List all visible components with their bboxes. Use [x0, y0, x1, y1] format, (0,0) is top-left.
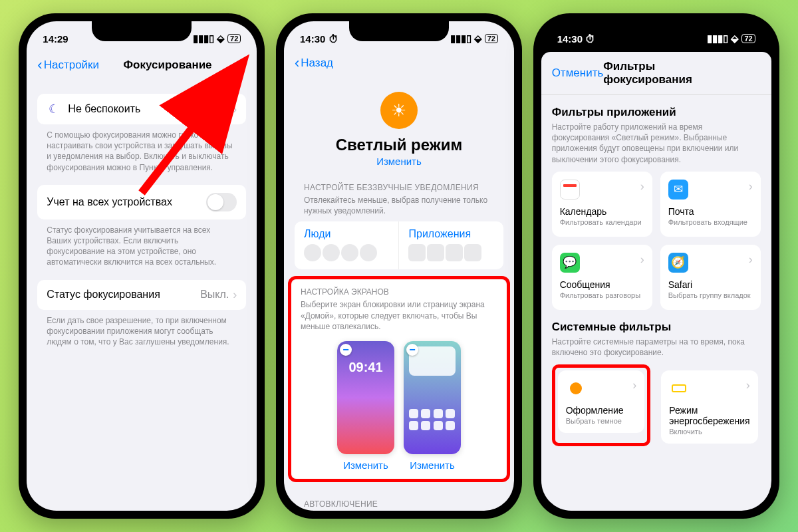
app-placeholder — [464, 244, 481, 261]
status-cell[interactable]: Статус фокусирования Выкл. › — [37, 280, 246, 310]
status-right: ▮▮▮▯ ⬙ 72 — [450, 33, 498, 45]
edit-home-screen-link[interactable]: Изменить — [404, 460, 461, 471]
home-screen-preview-col: − — [404, 341, 461, 471]
edit-lock-screen-link[interactable]: Изменить — [337, 460, 394, 471]
share-label: Учет на всех устройствах — [47, 196, 172, 208]
people-tab[interactable]: Люди — [295, 221, 400, 269]
home-grid — [409, 409, 456, 430]
appearance-icon — [566, 378, 586, 398]
dnd-footer: С помощью фокусирования можно гибко наст… — [37, 124, 246, 173]
notch — [92, 21, 192, 41]
apps-tab[interactable]: Приложения — [399, 221, 503, 269]
add-button[interactable]: + — [236, 55, 246, 75]
filter-title: Почта — [668, 206, 753, 217]
back-button[interactable]: ‹ Назад — [295, 55, 333, 72]
signal-icon: ▮▮▮▯ — [193, 33, 214, 45]
share-group: Учет на всех устройствах Статус фокусиро… — [37, 185, 246, 268]
back-button[interactable]: ‹ Настройки — [37, 57, 99, 74]
battery-indicator: 72 — [485, 34, 498, 43]
app-icon — [409, 409, 418, 418]
screens-highlight: НАСТРОЙКА ЭКРАНОВ Выберите экран блокиро… — [288, 276, 510, 482]
screen-2: 14:30 ⏱ ▮▮▮▯ ⬙ 72 ‹ Назад ☀ Светлый режи… — [284, 21, 514, 511]
moon-icon: ☾ — [47, 102, 61, 116]
safari-filter-card[interactable]: 🧭 › Safari Выбрать группу вкладок — [660, 245, 761, 310]
filter-sub: Фильтровать календари — [560, 218, 644, 226]
filter-title: Safari — [668, 279, 753, 290]
battery-indicator: 72 — [227, 34, 241, 43]
app-filter-grid: › Календарь Фильтровать календари ✉ › По… — [541, 172, 771, 310]
cancel-button[interactable]: Отменить — [552, 66, 604, 80]
share-cell: Учет на всех устройствах — [37, 185, 246, 219]
avatar-placeholder — [341, 244, 358, 261]
status-time: 14:30 ⏱ — [557, 33, 596, 45]
calendar-icon — [560, 180, 580, 200]
status-time: 14:30 ⏱ — [300, 33, 338, 45]
home-screen-preview[interactable]: − — [404, 341, 461, 454]
filter-sub: Фильтровать разговоры — [560, 291, 644, 299]
app-icon — [446, 409, 455, 418]
app-filters-title: Фильтры приложений — [541, 95, 771, 122]
screens-sub: Выберите экран блокировки или страницу э… — [301, 299, 497, 332]
status-group: Статус фокусирования Выкл. › Если дать с… — [37, 280, 246, 348]
nav-header: ‹ Настройки Фокусирование + — [27, 51, 257, 82]
messages-filter-card[interactable]: 💬 › Сообщения Фильтровать разговоры — [552, 245, 652, 310]
modal-sheet: Отменить Фильтры фокусирования Фильтры п… — [541, 52, 771, 511]
status-time: 14:29 — [43, 33, 68, 45]
app-icon — [409, 421, 418, 430]
sys-filters-title: Системные фильтры — [541, 310, 771, 336]
app-icon — [446, 421, 455, 430]
app-filters-desc: Настройте работу приложений на время фок… — [541, 122, 771, 172]
screen-1: 14:29 ▮▮▮▯ ⬙ 72 ‹ Настройки Фокусировани… — [27, 21, 257, 511]
app-icon — [421, 409, 430, 418]
status-right: ▮▮▮▯ ⬙ 72 — [707, 33, 755, 45]
avatar-placeholder — [304, 244, 321, 261]
appearance-filter-card[interactable]: › Оформление Выбрать темное — [558, 370, 645, 433]
content: ☾ Не беспокоить › С помощью фокусировани… — [27, 94, 257, 347]
nav-title: Фокусирование — [124, 59, 212, 72]
chevron-right-icon: › — [746, 378, 750, 392]
app-icon — [434, 409, 443, 418]
wifi-icon: ⬙ — [731, 33, 739, 45]
phone-mockup-1: 14:29 ▮▮▮▯ ⬙ 72 ‹ Настройки Фокусировани… — [19, 13, 265, 519]
filter-title: Календарь — [560, 206, 644, 217]
remove-home-screen-button[interactable]: − — [406, 344, 418, 356]
mail-filter-card[interactable]: ✉ › Почта Фильтровать входящие — [660, 172, 761, 237]
notif-sub: Отвлекайтесь меньше, выбрав получение то… — [295, 194, 503, 221]
filter-title: Оформление — [566, 405, 637, 416]
chevron-right-icon: › — [632, 378, 636, 392]
share-toggle[interactable] — [206, 193, 237, 211]
people-label: Люди — [304, 228, 390, 240]
focus-name: Светлый режим — [284, 136, 514, 154]
status-footer: Если дать свое разрешение, то при включе… — [37, 310, 246, 348]
dnd-cell[interactable]: ☾ Не беспокоить › — [37, 94, 246, 124]
chevron-right-icon: › — [640, 253, 644, 267]
remove-lock-screen-button[interactable]: − — [340, 344, 352, 356]
apps-label: Приложения — [408, 228, 494, 240]
chevron-right-icon: › — [749, 180, 753, 194]
sys-filter-grid: › Оформление Выбрать темное › Режим энер… — [541, 364, 771, 446]
lowpower-filter-card[interactable]: › Режим энергосбережения Включить — [661, 370, 757, 444]
messages-icon: 💬 — [560, 253, 580, 273]
phone-mockup-2: 14:30 ⏱ ▮▮▮▯ ⬙ 72 ‹ Назад ☀ Светлый режи… — [276, 13, 522, 519]
screens-header: НАСТРОЙКА ЭКРАНОВ — [301, 287, 497, 297]
auto-header: АВТОВКЛЮЧЕНИЕ — [284, 489, 514, 510]
lock-screen-preview[interactable]: − 09:41 — [337, 341, 394, 454]
toggle-knob — [207, 194, 223, 210]
people-apps-card: Люди Приложения — [295, 221, 503, 269]
chevron-left-icon: ‹ — [37, 57, 42, 74]
status-label: Статус фокусирования — [47, 289, 160, 301]
calendar-filter-card[interactable]: › Календарь Фильтровать календари — [552, 172, 652, 237]
safari-icon: 🧭 — [668, 253, 688, 273]
app-placeholder — [408, 244, 426, 261]
sys-filters-desc: Настройте системные параметры на то врем… — [541, 336, 771, 364]
app-icons — [408, 244, 494, 261]
avatar-placeholder — [323, 244, 340, 261]
focus-mode-icon: ☀ — [380, 92, 418, 129]
signal-icon: ▮▮▮▯ — [707, 33, 728, 45]
wifi-icon: ⬙ — [217, 33, 225, 45]
chevron-right-icon: › — [233, 102, 237, 116]
change-link[interactable]: Изменить — [284, 156, 514, 167]
avatar-placeholder — [360, 244, 377, 261]
app-placeholder — [427, 244, 444, 261]
filter-title: Режим энергосбережения — [669, 405, 749, 426]
